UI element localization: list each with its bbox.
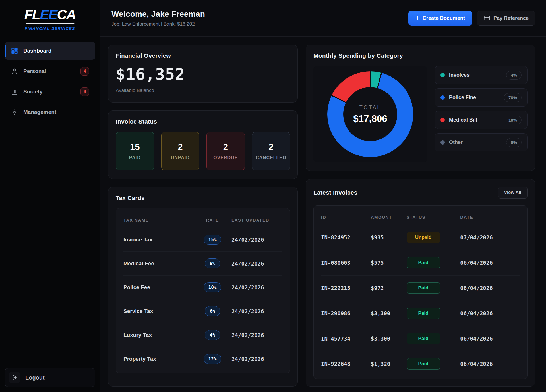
- logo-part: EE: [40, 7, 57, 22]
- spending-legend: Invoices 4% Police Fine 78% Medical Bill…: [435, 66, 528, 162]
- invoice-status-card: Invoice Status 15 PAID 2 UNPAID 2 OVERDU…: [108, 110, 298, 179]
- status-badge: Unpaid: [407, 232, 440, 243]
- status-card-overdue: 2 OVERDUE: [206, 132, 245, 170]
- invoices-table-header: ID AMOUNT STATUS DATE: [321, 208, 520, 225]
- dashboard-main: Financial Overview $16,352 Available Bal…: [100, 37, 546, 392]
- status-badge: Paid: [407, 358, 440, 370]
- legend-item-police-fine: Police Fine 78%: [435, 88, 528, 107]
- inv-col-amount: AMOUNT: [371, 215, 407, 220]
- legend-item-invoices: Invoices 4%: [435, 66, 528, 84]
- cancelled-label: CANCELLED: [256, 155, 286, 160]
- left-column: Financial Overview $16,352 Available Bal…: [108, 45, 298, 387]
- rate-badge: 12%: [204, 354, 222, 364]
- sidebar-item-label: Management: [23, 109, 56, 115]
- tax-row: Service Tax 6% 24/02/2026: [123, 299, 282, 323]
- right-column: Monthly Spending by Category TOTAL $17,8…: [306, 45, 535, 387]
- fleeca-logo: FLEECA FINANCIAL SERVICES: [0, 0, 100, 38]
- tax-row: Police Fee 10% 24/02/2026: [123, 276, 282, 299]
- view-all-button[interactable]: View All: [498, 187, 528, 199]
- paid-label: PAID: [129, 155, 141, 160]
- invoice-status-grid: 15 PAID 2 UNPAID 2 OVERDUE 2 CANCELLED: [116, 132, 290, 170]
- logo-part: FL: [24, 7, 40, 22]
- donut-total-value: $17,806: [353, 113, 387, 124]
- invoice-row: IN-824952 $935 Unpaid 07/04/2026: [321, 225, 520, 250]
- spending-content: TOTAL $17,806 Invoices 4%: [313, 66, 528, 162]
- legend-item-medical-bill: Medical Bill 18%: [435, 111, 528, 129]
- create-document-button[interactable]: + Create Document: [408, 11, 472, 26]
- legend-dot-blue: [440, 95, 445, 100]
- building-icon: [11, 88, 18, 95]
- sidebar-item-management[interactable]: Management: [5, 103, 95, 121]
- logo-part: CA: [57, 7, 75, 22]
- tax-table-panel: TAX NAME RATE LAST UPDATED Invoice Tax 1…: [116, 208, 290, 373]
- tax-row: Medical Fee 8% 24/02/2026: [123, 252, 282, 276]
- tax-cards-card: Tax Cards TAX NAME RATE LAST UPDATED Inv…: [108, 187, 298, 387]
- personal-count-badge: 4: [80, 67, 89, 76]
- invoice-row: IN-457734 $3,300 Paid 06/04/2026: [321, 326, 520, 351]
- sidebar-item-dashboard[interactable]: Dashboard: [5, 42, 95, 60]
- legend-dot-teal: [440, 73, 445, 77]
- job-bank-subtitle: Job: Law Enforcement | Bank: $16,202: [111, 21, 205, 27]
- tax-table-header: TAX NAME RATE LAST UPDATED: [123, 211, 282, 228]
- invoice-row: IN-222215 $972 Paid 06/04/2026: [321, 276, 520, 301]
- percent-badge: 0%: [506, 138, 522, 147]
- logo-underline: [25, 23, 75, 24]
- percent-badge: 4%: [506, 71, 522, 80]
- unpaid-label: UNPAID: [171, 155, 190, 160]
- sidebar: FLEECA FINANCIAL SERVICES Dashboard Pers…: [0, 0, 100, 392]
- unpaid-count: 2: [178, 142, 183, 152]
- logout-icon: [9, 372, 20, 383]
- status-badge: Paid: [407, 282, 440, 294]
- status-card-cancelled: 2 CANCELLED: [252, 132, 290, 170]
- financial-overview-title: Financial Overview: [116, 52, 290, 59]
- donut-chart-panel: TOTAL $17,806: [313, 66, 427, 162]
- rate-badge: 10%: [204, 282, 222, 292]
- latest-invoices-card: Latest Invoices View All ID AMOUNT STATU…: [306, 179, 535, 387]
- status-card-unpaid: 2 UNPAID: [161, 132, 200, 170]
- sidebar-nav: Dashboard Personal 4 Society 0 Managemen…: [0, 38, 100, 121]
- monthly-spending-card: Monthly Spending by Category TOTAL $17,8…: [306, 45, 535, 171]
- rate-badge: 15%: [204, 235, 222, 245]
- status-card-paid: 15 PAID: [116, 132, 154, 170]
- percent-badge: 18%: [504, 116, 522, 124]
- topbar: Welcome, Jake Freeman Job: Law Enforceme…: [100, 0, 546, 37]
- pay-reference-label: Pay Reference: [493, 15, 529, 21]
- plus-icon: +: [416, 15, 419, 21]
- status-badge: Paid: [407, 257, 440, 268]
- sidebar-item-society[interactable]: Society 0: [5, 83, 95, 101]
- invoices-table-panel: ID AMOUNT STATUS DATE IN-824952 $935 Unp…: [313, 205, 528, 379]
- society-count-badge: 0: [80, 87, 89, 96]
- tax-col-updated: LAST UPDATED: [231, 218, 282, 222]
- sidebar-item-label: Personal: [23, 68, 46, 74]
- paid-count: 15: [130, 142, 140, 152]
- invoice-row: IN-290986 $3,300 Paid 06/04/2026: [321, 301, 520, 326]
- inv-col-date: DATE: [460, 215, 520, 220]
- welcome-block: Welcome, Jake Freeman Job: Law Enforceme…: [111, 10, 205, 27]
- tax-row: Invoice Tax 15% 24/02/2026: [123, 228, 282, 252]
- inv-col-status: STATUS: [407, 215, 460, 220]
- overdue-label: OVERDUE: [213, 155, 238, 160]
- legend-item-other: Other 0%: [435, 133, 528, 151]
- donut-chart: TOTAL $17,806: [327, 71, 413, 157]
- available-balance-label: Available Balance: [116, 88, 290, 93]
- logout-button[interactable]: Logout: [5, 368, 95, 387]
- status-badge: Paid: [407, 308, 440, 319]
- cancelled-count: 2: [268, 142, 273, 152]
- donut-total-label: TOTAL: [359, 105, 381, 110]
- gear-icon: [11, 109, 18, 116]
- tax-cards-title: Tax Cards: [116, 195, 290, 201]
- tax-row: Property Tax 12% 24/02/2026: [123, 347, 282, 371]
- financial-overview-card: Financial Overview $16,352 Available Bal…: [108, 45, 298, 103]
- pay-reference-button[interactable]: Pay Reference: [477, 11, 535, 26]
- create-document-label: Create Document: [423, 15, 465, 21]
- logout-label: Logout: [25, 374, 45, 381]
- monthly-spending-title: Monthly Spending by Category: [313, 52, 528, 59]
- status-badge: Paid: [407, 333, 440, 344]
- tax-col-name: TAX NAME: [123, 218, 193, 222]
- tax-row: Luxury Tax 4% 24/02/2026: [123, 323, 282, 347]
- sidebar-item-label: Dashboard: [23, 48, 51, 54]
- page-title: Welcome, Jake Freeman: [111, 10, 205, 19]
- donut-center: TOTAL $17,806: [343, 87, 397, 141]
- sidebar-item-personal[interactable]: Personal 4: [5, 62, 95, 80]
- dashboard-grid-icon: [11, 47, 18, 55]
